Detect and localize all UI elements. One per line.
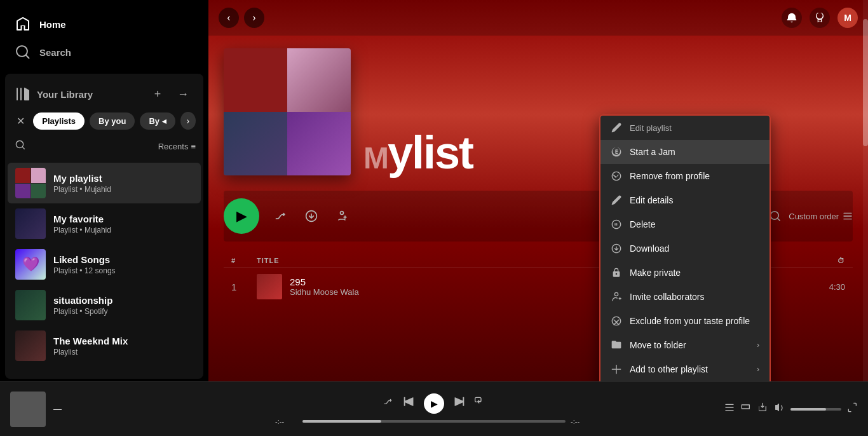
add-playlist-arrow-icon: › [757,365,759,374]
volume-button[interactable] [774,402,784,416]
playlist-thumb-grid [15,168,46,198]
controls-right: Custom order [767,208,853,224]
player-right [667,402,858,416]
shuffle-ctrl-button[interactable] [383,397,393,410]
folder-icon [611,339,622,351]
scrollbar-thumb[interactable] [863,19,868,146]
edit-playlist-icon [611,122,622,133]
playlist-info: situationship Playlist • Spotify [53,295,193,316]
player-bar: — ▶ -:-- -:-- [0,381,868,436]
start-jam-label: Start a Jam [630,147,675,157]
playlist-thumb [15,290,46,320]
sidebar-item-home[interactable]: Home [8,10,201,38]
context-item-move-folder[interactable]: Move to folder › [600,333,770,357]
player-play-button[interactable]: ▶ [424,393,444,414]
list-item[interactable]: The Weeknd Mix Playlist [8,325,201,366]
context-item-download[interactable]: Download [600,236,770,261]
top-right: M [782,8,858,28]
library-header: Your Library + → [5,74,203,109]
filter-close-button[interactable]: ✕ [13,112,28,130]
list-item[interactable]: 💜 Liked Songs Playlist • 12 songs [8,244,201,285]
search-label: Search [39,47,71,58]
player-controls: ▶ [383,393,485,414]
recents-label[interactable]: Recents ≡ [158,142,196,151]
volume-fill [790,408,826,411]
library-search-row: Recents ≡ [5,135,203,160]
expand-library-button[interactable]: → [173,84,193,104]
library-actions: + → [147,84,193,104]
home-label: Home [39,19,66,30]
playlist-cover [224,48,351,175]
add-playlist-icon [611,364,622,375]
remove-profile-icon [611,170,622,182]
fullscreen-button[interactable] [848,402,858,416]
custom-order-button[interactable]: Custom order [789,211,853,221]
home-icon [15,17,31,32]
filter-by-you[interactable]: By you [90,112,135,130]
list-item[interactable]: situationship Playlist • Spotify [8,285,201,325]
download-button[interactable] [302,207,320,225]
folder-arrow-icon: › [757,341,759,350]
library-section: Your Library + → ✕ Playlists By you By ◂… [5,74,203,379]
list-item[interactable]: My playlist Playlist • Mujahid [8,163,201,203]
prev-button[interactable] [403,397,414,410]
add-library-button[interactable]: + [147,84,168,104]
context-item-remove-profile[interactable]: Remove from profile [600,164,770,188]
filter-by-other[interactable]: By ◂ [140,112,175,130]
playlist-info: My favorite Playlist • Mujahid [53,214,193,235]
playlist-thumb [15,330,46,361]
progress-fill [302,420,381,423]
playlist-thumb [15,208,46,239]
back-button[interactable]: ‹ [219,8,239,28]
shuffle-button[interactable] [272,207,290,225]
context-item-add-playlist[interactable]: Add to other playlist › [600,357,770,381]
lock-icon [611,267,622,278]
liked-songs-thumb: 💜 [15,249,46,280]
library-search-button[interactable] [13,137,28,155]
context-item-delete[interactable]: Delete [600,212,770,236]
nav-arrows: ‹ › [219,8,264,28]
filter-chevron-button[interactable]: › [180,112,196,130]
list-item[interactable]: My favorite Playlist • Mujahid [8,203,201,244]
devices-button[interactable] [741,402,751,416]
playlist-list: My playlist Playlist • Mujahid My favori… [5,160,203,379]
context-item-exclude-taste[interactable]: Exclude from your taste profile [600,309,770,333]
avatar[interactable]: M [837,8,858,28]
next-button[interactable] [454,397,465,410]
context-item-edit-details[interactable]: Edit details [600,188,770,212]
scrollbar[interactable] [863,0,868,381]
main-content: ‹ › M [208,0,868,381]
top-bar: ‹ › M [208,0,868,36]
sidebar-item-search[interactable]: Search [8,38,201,66]
now-playing-info: — [53,404,62,414]
delete-icon [611,219,622,230]
playlist-info: The Weeknd Mix Playlist [53,336,193,357]
player-left: — [10,392,201,427]
context-item-invite-collaborators[interactable]: Invite collaborators [600,285,770,309]
sidebar: Home Search Your Library [0,0,208,381]
filter-playlists[interactable]: Playlists [33,112,85,130]
add-user-button[interactable] [333,207,351,225]
sidebar-nav: Home Search [0,0,208,71]
play-button[interactable]: ▶ [224,198,259,234]
collab-icon [611,291,622,303]
now-playing-thumb [10,392,46,427]
context-menu: Edit playlist Start a Jam Remove from pr… [599,114,771,381]
forward-button[interactable]: › [244,8,264,28]
context-item-start-jam[interactable]: Start a Jam [600,140,770,164]
download-icon [611,243,622,254]
queue-button[interactable] [724,402,735,416]
progress-track[interactable] [302,420,566,423]
filter-bar: ✕ Playlists By you By ◂ › [5,109,203,135]
jam-icon [611,146,622,158]
progress-bar-container: -:-- -:-- [275,418,593,425]
connect-button[interactable] [757,402,768,416]
volume-bar[interactable] [790,408,841,411]
repeat-button[interactable] [475,397,485,410]
library-title[interactable]: Your Library [15,86,93,102]
edit-details-icon [611,194,622,206]
context-item-make-private[interactable]: Make private [600,261,770,285]
context-item-edit-playlist[interactable]: Edit playlist [600,116,770,140]
group-icon[interactable] [810,8,830,28]
bell-icon[interactable] [782,8,802,28]
